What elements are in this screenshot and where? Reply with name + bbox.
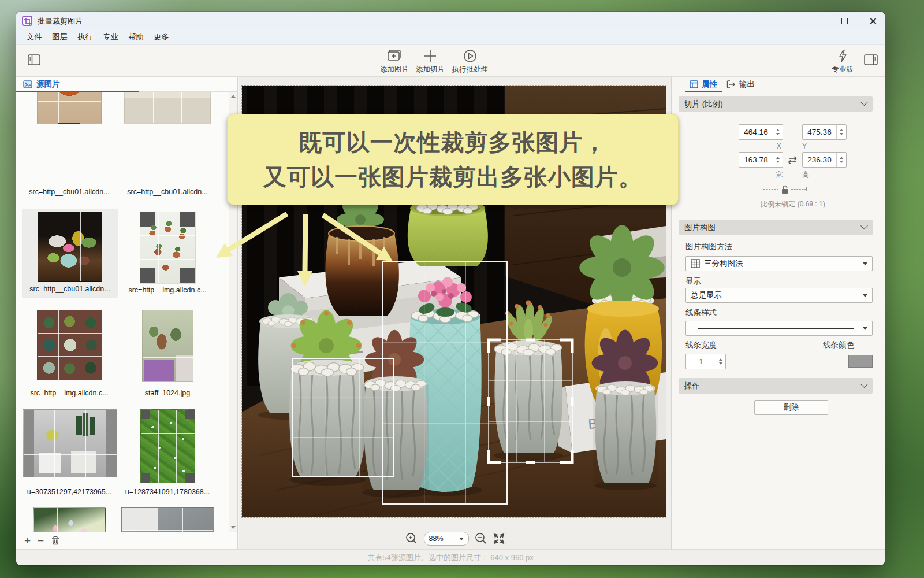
properties-tab-bar: 属性 输出 xyxy=(672,77,885,92)
maximize-button[interactable] xyxy=(836,14,853,28)
thirds-grid-icon xyxy=(691,259,700,268)
slice-width-spinner[interactable] xyxy=(739,152,783,168)
add-slice-label: 添加切片 xyxy=(416,65,445,75)
thumbnail-caption: src=http__cbu01.alicdn... xyxy=(16,188,122,198)
thumbnail-image[interactable] xyxy=(140,409,195,483)
slice-y-spinner[interactable] xyxy=(802,124,847,140)
spinner-buttons[interactable] xyxy=(836,125,846,139)
ratio-lock-indicator[interactable] xyxy=(763,184,807,194)
slice-x-spinner[interactable] xyxy=(739,124,783,140)
delete-slice-button[interactable]: 删除 xyxy=(754,400,828,415)
composition-method-label: 图片构图方法 xyxy=(685,242,732,252)
display-select[interactable]: 总是显示 xyxy=(685,288,873,303)
thumbnail-image[interactable] xyxy=(140,212,196,284)
scroll-down-icon xyxy=(231,526,236,529)
spinner-buttons[interactable] xyxy=(716,354,725,369)
section-composition[interactable]: 图片构图 xyxy=(679,220,873,235)
scroll-down-button[interactable] xyxy=(229,523,237,532)
minimize-button[interactable] xyxy=(808,14,825,28)
lightning-icon xyxy=(835,49,850,64)
chevron-down-icon xyxy=(860,98,868,106)
chevron-down-icon xyxy=(863,262,867,265)
composition-method-select[interactable]: 三分构图法 xyxy=(685,256,873,271)
lock-tick xyxy=(806,187,807,191)
tutorial-callout: 既可以一次性裁剪多张图片， 又可以一张图片裁剪出多张小图片。 xyxy=(227,114,679,205)
fit-screen-button[interactable] xyxy=(493,533,505,544)
solid-line-sample xyxy=(698,328,854,329)
line-width-input[interactable] xyxy=(686,354,716,369)
line-color-swatch[interactable] xyxy=(848,355,873,368)
menu-item-help[interactable]: 帮助 xyxy=(128,32,144,42)
thumbnail-image[interactable] xyxy=(142,310,193,382)
tab-output-label: 输出 xyxy=(739,79,755,90)
thumbnail-image[interactable] xyxy=(37,310,102,380)
chevron-down-icon xyxy=(860,222,868,229)
thumbnail-image[interactable] xyxy=(124,92,211,124)
tab-source-images[interactable]: 源图片 xyxy=(16,79,60,90)
scroll-up-button[interactable] xyxy=(229,92,237,101)
chevron-down-icon xyxy=(860,380,868,388)
menu-item-file[interactable]: 文件 xyxy=(27,32,42,42)
ratio-note: 比例未锁定 (0.69 : 1) xyxy=(735,199,851,209)
pro-version-button[interactable]: 专业版 xyxy=(822,49,863,75)
thumbnail-image[interactable] xyxy=(37,92,102,124)
spin-up-icon xyxy=(840,157,843,159)
spin-down-icon xyxy=(840,133,843,135)
line-color-label: 线条颜色 xyxy=(823,340,854,350)
spinner-buttons[interactable] xyxy=(773,125,783,139)
swap-width-height-icon[interactable] xyxy=(787,155,798,165)
close-button[interactable] xyxy=(864,14,881,28)
menu-item-pro[interactable]: 专业 xyxy=(103,32,118,42)
section-composition-title: 图片构图 xyxy=(684,223,716,233)
tab-properties[interactable]: 属性 xyxy=(690,77,717,92)
line-style-label: 线条样式 xyxy=(685,307,717,318)
remove-source-button[interactable]: − xyxy=(38,535,44,546)
section-slice-ratio[interactable]: 切片 (比例) xyxy=(679,96,873,112)
toolbar: 添加图片 添加切片 执行批处理 xyxy=(16,45,885,77)
line-width-spinner[interactable] xyxy=(685,354,726,369)
spin-down-icon xyxy=(719,362,722,365)
pro-version-label: 专业版 xyxy=(832,65,854,75)
sidebar-right-icon xyxy=(864,54,878,66)
slice-width-input[interactable] xyxy=(739,153,773,167)
slice-x-input[interactable] xyxy=(739,125,773,139)
left-panel-toggle-button[interactable] xyxy=(28,54,40,68)
width-label: 宽 xyxy=(776,170,783,180)
minimize-icon xyxy=(813,21,820,21)
thumbnail-caption: u=307351297,42173965... xyxy=(16,488,122,498)
title-bar: 批量裁剪图片 xyxy=(16,12,885,30)
section-actions-title: 操作 xyxy=(684,381,700,391)
menu-item-more[interactable]: 更多 xyxy=(154,32,169,42)
thumbnail-caption: u=1287341091,1780368... xyxy=(118,488,217,498)
tab-output[interactable]: 输出 xyxy=(726,77,755,92)
zoom-out-button[interactable] xyxy=(475,532,487,545)
active-tab-underline xyxy=(685,91,722,92)
spin-down-icon xyxy=(776,133,780,135)
thumbnail-image-selected[interactable] xyxy=(38,212,102,282)
properties-panel: 属性 输出 切片 (比例) X Y xyxy=(671,77,885,549)
spin-down-icon xyxy=(840,161,843,163)
spinner-buttons[interactable] xyxy=(836,153,846,167)
window-title: 批量裁剪图片 xyxy=(38,16,83,27)
spinner-buttons[interactable] xyxy=(773,153,783,167)
thumbnail-image[interactable] xyxy=(33,507,106,532)
chevron-down-icon xyxy=(459,538,464,540)
zoom-in-button[interactable] xyxy=(405,532,418,545)
thumbnail-image[interactable] xyxy=(121,507,214,532)
line-style-select[interactable] xyxy=(685,321,873,336)
slice-y-input[interactable] xyxy=(803,125,836,139)
slice-height-input[interactable] xyxy=(803,153,836,167)
run-batch-button[interactable]: 执行批处理 xyxy=(444,49,496,75)
spin-up-icon xyxy=(719,358,722,361)
display-value: 总是显示 xyxy=(691,290,722,301)
thumbnail-image[interactable] xyxy=(23,409,117,477)
add-source-button[interactable]: + xyxy=(24,535,31,546)
menu-item-layer[interactable]: 图层 xyxy=(52,32,68,42)
menu-item-execute[interactable]: 执行 xyxy=(77,32,93,42)
section-actions[interactable]: 操作 xyxy=(679,378,873,394)
zoom-level-select[interactable]: 88% xyxy=(424,532,469,546)
section-slice-ratio-title: 切片 (比例) xyxy=(684,99,723,109)
delete-source-button[interactable] xyxy=(51,535,60,546)
slice-height-spinner[interactable] xyxy=(802,152,847,168)
right-panel-toggle-button[interactable] xyxy=(864,54,878,68)
